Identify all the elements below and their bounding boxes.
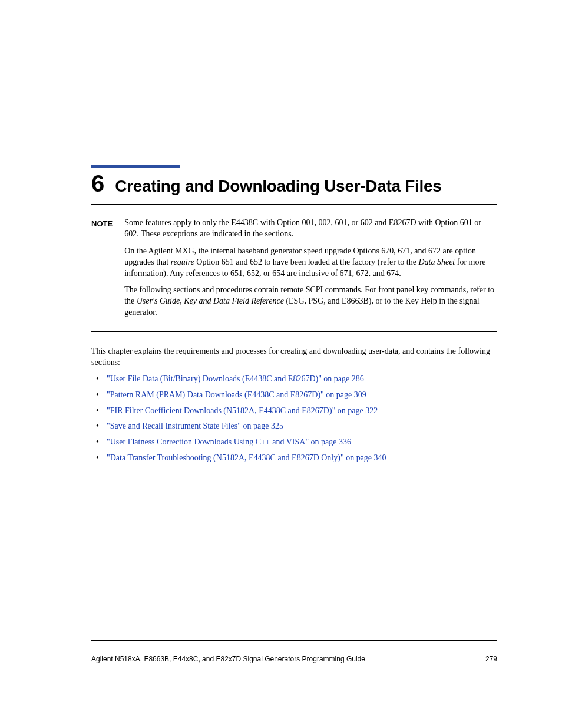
section-link[interactable]: "Pattern RAM (PRAM) Data Downloads (E443… (107, 390, 366, 399)
heading-rule (91, 204, 497, 205)
section-link[interactable]: "User Flatness Correction Downloads Usin… (107, 437, 351, 446)
note-paragraph-2: On the Agilent MXG, the internal baseban… (124, 246, 497, 279)
footer-rule (91, 640, 497, 641)
chapter-title: Creating and Downloading User-Data Files (115, 177, 441, 196)
note-paragraph-1: Some features apply to only the E4438C w… (124, 218, 497, 240)
note-block: NOTE Some features apply to only the E44… (91, 218, 497, 324)
section-link[interactable]: "FIR Filter Coefficient Downloads (N5182… (107, 406, 378, 415)
section-link[interactable]: "Data Transfer Troubleshooting (N5182A, … (107, 453, 386, 462)
note-label: NOTE (91, 218, 113, 324)
note-end-rule (91, 331, 497, 332)
intro-paragraph: This chapter explains the requirements a… (91, 346, 497, 368)
list-item: "User File Data (Bit/Binary) Downloads (… (91, 374, 497, 384)
chapter-number: 6 (91, 172, 104, 195)
list-item: "User Flatness Correction Downloads Usin… (91, 437, 497, 447)
note-paragraph-3: The following sections and procedures co… (124, 285, 497, 318)
footer-doc-title: Agilent N518xA, E8663B, E44x8C, and E82x… (91, 655, 365, 663)
note-body: Some features apply to only the E4438C w… (124, 218, 497, 324)
chapter-heading: 6 Creating and Downloading User-Data Fil… (91, 172, 497, 196)
section-link[interactable]: "Save and Recall Instrument State Files"… (107, 421, 283, 430)
page-footer: Agilent N518xA, E8663B, E44x8C, and E82x… (91, 655, 497, 663)
list-item: "Pattern RAM (PRAM) Data Downloads (E443… (91, 390, 497, 400)
section-link[interactable]: "User File Data (Bit/Binary) Downloads (… (107, 374, 364, 383)
section-toc-list: "User File Data (Bit/Binary) Downloads (… (91, 374, 497, 463)
list-item: "Data Transfer Troubleshooting (N5182A, … (91, 453, 497, 463)
list-item: "FIR Filter Coefficient Downloads (N5182… (91, 406, 497, 416)
list-item: "Save and Recall Instrument State Files"… (91, 421, 497, 431)
page-number: 279 (485, 655, 497, 663)
chapter-accent-bar (91, 165, 180, 168)
